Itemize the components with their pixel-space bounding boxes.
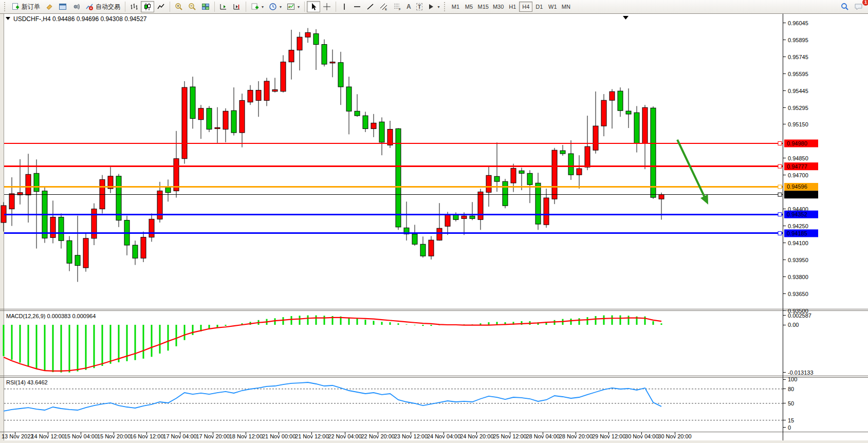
bull-candle xyxy=(223,111,228,129)
bull-candle xyxy=(445,214,450,226)
time-axis-label: 30 Nov 04:00 xyxy=(625,433,658,439)
auto-scroll-button[interactable] xyxy=(217,1,230,12)
chart-shift-marker[interactable] xyxy=(623,16,629,20)
vertical-line-icon xyxy=(341,3,348,11)
time-axis-label: 24 Nov 04:00 xyxy=(427,433,460,439)
vertical-line-tool-button[interactable] xyxy=(338,1,350,12)
text-label-tool-button[interactable]: T xyxy=(414,1,426,12)
time-axis-label: 13 Nov 2022 xyxy=(2,433,33,439)
search-button[interactable] xyxy=(838,1,852,12)
tf-h4-button[interactable]: H4 xyxy=(519,2,532,12)
eraser-button[interactable] xyxy=(43,1,56,12)
tf-d1-button[interactable]: D1 xyxy=(532,2,546,12)
candlestick-chart-icon xyxy=(143,3,152,11)
price-axis-tick: 0.94100 xyxy=(788,240,808,246)
chart-shift-button[interactable] xyxy=(230,1,244,12)
down-arrow-annotation[interactable] xyxy=(677,140,705,198)
bull-candle xyxy=(601,100,606,126)
indicators-button[interactable]: ▾ xyxy=(248,1,266,12)
bull-candle xyxy=(593,126,598,150)
market-watch-button[interactable] xyxy=(56,1,69,12)
svg-text:0.94980: 0.94980 xyxy=(787,140,807,146)
periods-button[interactable]: ▾ xyxy=(266,1,284,12)
bear-candle xyxy=(207,108,212,130)
tf-m30-button[interactable]: M30 xyxy=(491,2,506,12)
line-chart-button[interactable] xyxy=(154,1,168,12)
rsi-axis-tick: 100 xyxy=(788,376,797,382)
time-axis-label: 17 Nov 04:00 xyxy=(163,433,196,439)
tf-m1-button[interactable]: M1 xyxy=(449,2,462,12)
signal-button[interactable] xyxy=(69,1,83,12)
svg-text:F: F xyxy=(399,8,401,11)
bull-candle xyxy=(289,50,294,62)
bear-candle xyxy=(133,245,138,258)
candlestick-chart-button[interactable] xyxy=(141,1,154,12)
tf-mn-button[interactable]: MN xyxy=(559,2,572,12)
zoom-out-button[interactable] xyxy=(186,1,199,12)
cursor-button[interactable] xyxy=(307,1,320,12)
bull-candle xyxy=(248,90,253,102)
trendline-tool-button[interactable] xyxy=(364,1,377,12)
toolbar-separator xyxy=(125,2,125,12)
tf-h1-button[interactable]: H1 xyxy=(506,2,519,12)
bull-candle xyxy=(437,228,442,240)
bull-candle xyxy=(511,168,516,183)
tile-windows-button[interactable] xyxy=(199,1,212,12)
text-tool-button[interactable]: A xyxy=(404,1,414,12)
svg-text:E: E xyxy=(385,8,387,11)
channel-tool-button[interactable]: E xyxy=(377,1,391,12)
time-axis-label: 23 Nov 12:00 xyxy=(394,433,428,439)
tf-m15-button[interactable]: M15 xyxy=(475,2,490,12)
bear-candle xyxy=(503,181,508,206)
tf-m5-button[interactable]: M5 xyxy=(462,2,475,12)
toolbar-separator xyxy=(214,2,215,12)
bull-candle xyxy=(149,219,154,237)
svg-text:0.94527: 0.94527 xyxy=(787,192,807,198)
symbol-dropdown-icon[interactable] xyxy=(6,17,10,20)
toolbar-drag-handle[interactable] xyxy=(444,2,447,11)
bear-candle xyxy=(190,87,195,119)
zoom-in-button[interactable] xyxy=(172,1,186,12)
bull-candle xyxy=(330,62,335,63)
price-chart[interactable]: USDCHF-,H4 0.94486 0.94696 0.94308 0.945… xyxy=(0,14,868,443)
new-order-button[interactable]: 新订单 xyxy=(9,1,43,12)
chart-title: USDCHF-,H4 0.94486 0.94696 0.94308 0.945… xyxy=(13,15,147,23)
bull-candle xyxy=(26,174,31,195)
toolbar-drag-handle[interactable] xyxy=(4,2,7,11)
price-axis-tick: 0.95895 xyxy=(788,37,808,43)
zoom-in-icon xyxy=(175,3,183,11)
tf-w1-button[interactable]: W1 xyxy=(546,2,559,12)
chart-shift-icon xyxy=(233,3,241,11)
horizontal-line-icon xyxy=(353,3,361,11)
bear-candle xyxy=(67,241,72,263)
horizontal-line-tool-button[interactable] xyxy=(350,1,364,12)
clock-icon xyxy=(269,3,277,11)
line-chart-icon xyxy=(157,3,165,11)
svg-text:0.94596: 0.94596 xyxy=(787,183,807,190)
bull-candle xyxy=(256,90,261,101)
bull-candle xyxy=(264,81,269,100)
rsi-axis-tick: 80 xyxy=(788,386,794,392)
bull-candle xyxy=(141,237,146,259)
crosshair-button[interactable] xyxy=(320,1,334,12)
bull-candle xyxy=(297,37,302,50)
bull-candle xyxy=(478,192,483,219)
macd-axis-tick: 0.002587 xyxy=(788,312,811,319)
bar-chart-button[interactable] xyxy=(127,1,141,12)
autotrading-button[interactable]: 自动交易 xyxy=(83,1,123,12)
bull-candle xyxy=(272,90,278,91)
zoom-out-icon xyxy=(188,3,196,11)
notification-badge[interactable]: 1 xyxy=(862,0,868,6)
bar-chart-icon xyxy=(130,3,138,11)
dropdown-arrow-icon: ▾ xyxy=(298,5,300,9)
chat-bubble-icon xyxy=(854,3,863,11)
fibonacci-tool-button[interactable]: F xyxy=(391,1,404,12)
time-axis-label: 21 Nov 12:00 xyxy=(295,433,328,439)
arrows-tool-button[interactable]: ▾ xyxy=(425,1,442,12)
rsi-axis-tick: 50 xyxy=(788,400,794,407)
autotrading-icon xyxy=(85,3,94,11)
toolbar-separator xyxy=(246,2,246,12)
bear-candle xyxy=(634,113,639,143)
time-axis-label: 15 Nov 04:00 xyxy=(64,433,98,439)
templates-button[interactable]: ▾ xyxy=(284,1,302,12)
